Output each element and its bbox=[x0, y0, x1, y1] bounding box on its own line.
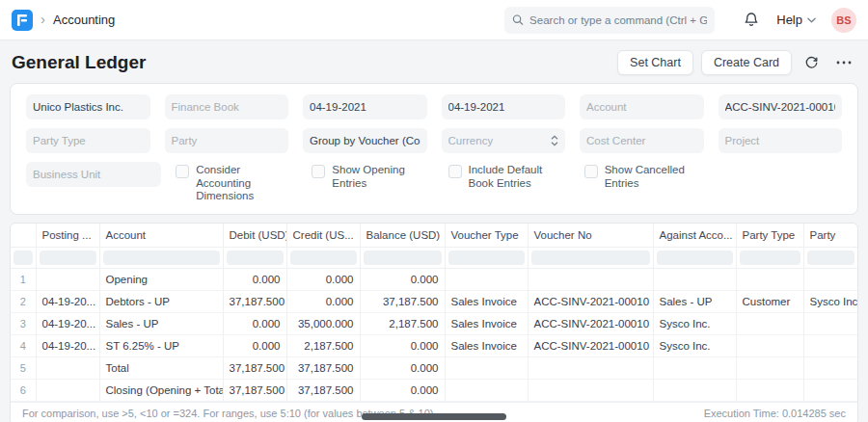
checkbox[interactable] bbox=[448, 165, 462, 178]
cell-voucher-type[interactable]: Sales Invoice bbox=[445, 291, 528, 313]
cell-against-account[interactable] bbox=[653, 269, 736, 291]
cell-voucher-no[interactable] bbox=[528, 269, 653, 291]
group-by-select[interactable]: Group by Voucher (Consol bbox=[303, 128, 427, 153]
cell-balance[interactable]: 0.000 bbox=[360, 380, 445, 402]
cell-account[interactable]: Sales - UP bbox=[99, 313, 223, 335]
cell-debit[interactable]: 0.000 bbox=[223, 313, 286, 335]
cell-voucher-no[interactable]: ACC-SINV-2021-00010 bbox=[528, 291, 653, 313]
horizontal-scrollbar-thumb[interactable] bbox=[362, 413, 506, 420]
checkbox-consider-accounting-dimensions[interactable]: Consider Accounting Dimensions bbox=[176, 162, 297, 203]
cell-voucher-type[interactable]: Sales Invoice bbox=[445, 335, 528, 357]
cell-account[interactable]: Opening bbox=[99, 269, 223, 291]
breadcrumb-accounting[interactable]: Accounting bbox=[53, 13, 115, 27]
column-filter-input[interactable] bbox=[40, 251, 96, 265]
cell-credit[interactable]: 35,000.000 bbox=[286, 313, 360, 335]
voucher-no-filter[interactable] bbox=[719, 94, 843, 119]
project-filter[interactable] bbox=[719, 128, 843, 153]
cell-posting-date[interactable]: 04-19-20... bbox=[36, 313, 99, 335]
cell-account[interactable]: ST 6.25% - UP bbox=[99, 335, 223, 357]
column-filter-input[interactable] bbox=[448, 251, 525, 265]
cell-debit[interactable]: 0.000 bbox=[223, 269, 286, 291]
account-filter[interactable] bbox=[580, 94, 704, 119]
cell-voucher-type[interactable] bbox=[445, 269, 528, 291]
cell-voucher-type[interactable] bbox=[445, 380, 528, 402]
cell-posting-date[interactable]: 04-19-20... bbox=[36, 291, 99, 313]
cell-credit[interactable]: 0.000 bbox=[286, 269, 360, 291]
column-filter-input[interactable] bbox=[807, 251, 855, 265]
column-header-posting-date[interactable]: Posting ... bbox=[36, 224, 99, 248]
cell-balance[interactable]: 0.000 bbox=[360, 357, 445, 380]
business-unit-filter[interactable] bbox=[26, 162, 161, 187]
column-filter-input[interactable] bbox=[14, 251, 33, 265]
column-filter-input[interactable] bbox=[227, 251, 284, 265]
cell-debit[interactable]: 0.000 bbox=[223, 335, 286, 357]
cell-balance[interactable]: 2,187.500 bbox=[360, 313, 445, 335]
cell-account[interactable]: Debtors - UP bbox=[99, 291, 223, 313]
cell-party[interactable] bbox=[803, 380, 857, 402]
checkbox-include-default-book-entries[interactable]: Include Default Book Entries bbox=[448, 162, 570, 203]
column-header-against-account[interactable]: Against Acco... bbox=[653, 224, 736, 248]
search-input[interactable] bbox=[529, 14, 707, 26]
finance-book-filter[interactable] bbox=[165, 94, 289, 119]
to-date-filter[interactable] bbox=[442, 94, 566, 119]
checkbox[interactable] bbox=[312, 165, 325, 178]
help-menu[interactable]: Help bbox=[776, 13, 816, 27]
cell-against-account[interactable] bbox=[653, 380, 736, 402]
create-card-button[interactable]: Create Card bbox=[701, 50, 792, 75]
user-avatar[interactable]: BS bbox=[831, 8, 856, 33]
cell-balance[interactable]: 37,187.500 bbox=[360, 291, 445, 313]
column-header-account[interactable]: Account bbox=[99, 224, 223, 248]
cell-credit[interactable]: 2,187.500 bbox=[286, 335, 360, 357]
checkbox-show-opening-entries[interactable]: Show Opening Entries bbox=[312, 162, 433, 203]
column-header-voucher-no[interactable]: Voucher No bbox=[528, 224, 653, 248]
cell-credit[interactable]: 37,187.500 bbox=[286, 380, 360, 402]
company-filter[interactable] bbox=[26, 94, 150, 119]
cell-party-type[interactable]: Customer bbox=[736, 291, 803, 313]
cell-posting-date[interactable]: 04-19-20... bbox=[36, 335, 99, 357]
cell-voucher-no[interactable] bbox=[528, 357, 653, 380]
cell-party-type[interactable] bbox=[736, 335, 803, 357]
cell-voucher-no[interactable]: ACC-SINV-2021-00010 bbox=[528, 335, 653, 357]
menu-button[interactable] bbox=[831, 50, 856, 75]
cell-voucher-type[interactable]: Sales Invoice bbox=[445, 313, 528, 335]
cell-debit[interactable]: 37,187.500 bbox=[223, 357, 286, 380]
global-search[interactable] bbox=[504, 7, 715, 34]
cell-against-account[interactable]: Sysco Inc. bbox=[653, 335, 736, 357]
party-type-filter[interactable] bbox=[26, 128, 150, 153]
cell-party[interactable] bbox=[803, 269, 857, 291]
cell-against-account[interactable]: Sales - UP bbox=[653, 291, 736, 313]
set-chart-button[interactable]: Set Chart bbox=[617, 50, 693, 75]
cell-posting-date[interactable] bbox=[36, 357, 99, 380]
column-filter-input[interactable] bbox=[740, 251, 800, 265]
column-header-party-type[interactable]: Party Type bbox=[736, 224, 803, 248]
cell-voucher-type[interactable] bbox=[445, 357, 528, 380]
column-filter-input[interactable] bbox=[531, 251, 650, 265]
cell-party-type[interactable] bbox=[736, 313, 803, 335]
cell-against-account[interactable]: Sysco Inc. bbox=[653, 313, 736, 335]
cell-party-type[interactable] bbox=[736, 269, 803, 291]
column-header-voucher-type[interactable]: Voucher Type bbox=[445, 224, 528, 248]
cell-account[interactable]: Closing (Opening + Total) bbox=[99, 380, 223, 402]
cost-center-filter[interactable] bbox=[580, 128, 704, 153]
cell-party-type[interactable] bbox=[736, 357, 803, 380]
column-header-debit[interactable]: Debit (USD) bbox=[223, 224, 286, 248]
column-header-party[interactable]: Party bbox=[803, 224, 857, 248]
cell-account[interactable]: Total bbox=[99, 357, 223, 380]
cell-credit[interactable]: 37,187.500 bbox=[286, 357, 360, 380]
currency-select[interactable]: Currency bbox=[442, 128, 566, 153]
cell-debit[interactable]: 37,187.500 bbox=[223, 291, 286, 313]
cell-against-account[interactable] bbox=[653, 357, 736, 380]
column-filter-input[interactable] bbox=[290, 251, 357, 265]
column-filter-input[interactable] bbox=[103, 251, 220, 265]
cell-balance[interactable]: 0.000 bbox=[360, 335, 445, 357]
column-filter-input[interactable] bbox=[657, 251, 733, 265]
cell-debit[interactable]: 37,187.500 bbox=[223, 380, 286, 402]
column-filter-input[interactable] bbox=[364, 251, 442, 265]
column-header-balance[interactable]: Balance (USD) bbox=[360, 224, 445, 248]
cell-voucher-no[interactable] bbox=[528, 380, 653, 402]
party-filter[interactable] bbox=[165, 128, 289, 153]
column-header-credit[interactable]: Credit (US... bbox=[286, 224, 360, 248]
from-date-filter[interactable] bbox=[303, 94, 427, 119]
cell-party[interactable] bbox=[803, 357, 857, 380]
cell-credit[interactable]: 0.000 bbox=[286, 291, 360, 313]
